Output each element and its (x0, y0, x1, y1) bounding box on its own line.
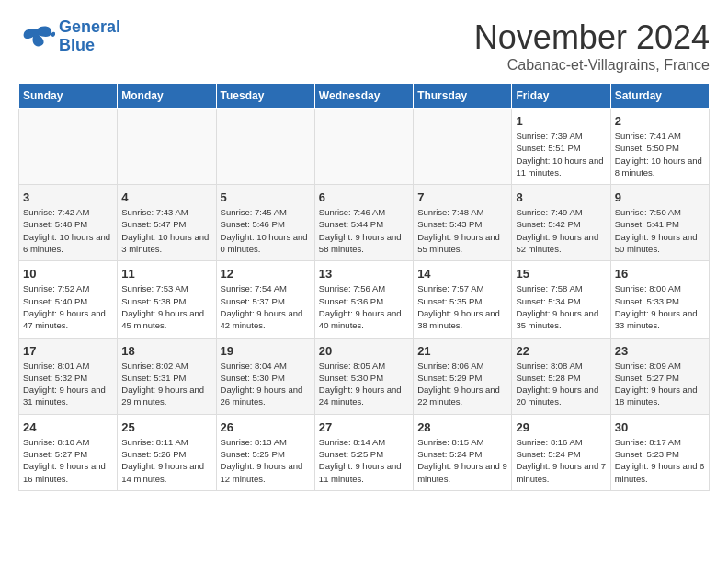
calendar-cell: 13Sunrise: 7:56 AM Sunset: 5:36 PM Dayli… (314, 261, 413, 338)
day-number: 26 (221, 420, 311, 434)
day-number: 23 (615, 344, 705, 358)
day-number: 25 (121, 420, 211, 434)
calendar-cell: 12Sunrise: 7:54 AM Sunset: 5:37 PM Dayli… (216, 261, 314, 338)
calendar-cell: 10Sunrise: 7:52 AM Sunset: 5:40 PM Dayli… (19, 261, 118, 338)
month-title: November 2024 (474, 18, 710, 57)
calendar-cell: 17Sunrise: 8:01 AM Sunset: 5:32 PM Dayli… (19, 338, 118, 414)
day-info: Sunrise: 8:05 AM Sunset: 5:30 PM Dayligh… (319, 360, 409, 408)
calendar-cell (314, 109, 413, 185)
column-header-thursday: Thursday (414, 84, 512, 109)
calendar-cell: 7Sunrise: 7:48 AM Sunset: 5:43 PM Daylig… (414, 185, 512, 261)
calendar-body: 1Sunrise: 7:39 AM Sunset: 5:51 PM Daylig… (19, 109, 710, 491)
calendar-cell: 24Sunrise: 8:10 AM Sunset: 5:27 PM Dayli… (19, 414, 118, 490)
day-number: 20 (319, 344, 409, 358)
day-number: 5 (221, 190, 311, 204)
calendar-cell (19, 109, 118, 185)
calendar-cell: 11Sunrise: 7:53 AM Sunset: 5:38 PM Dayli… (118, 261, 216, 338)
day-number: 3 (23, 190, 113, 204)
day-info: Sunrise: 7:52 AM Sunset: 5:40 PM Dayligh… (23, 282, 113, 331)
day-number: 24 (23, 420, 113, 434)
calendar-cell: 2Sunrise: 7:41 AM Sunset: 5:50 PM Daylig… (610, 109, 709, 185)
day-number: 15 (516, 267, 606, 281)
calendar-cell: 9Sunrise: 7:50 AM Sunset: 5:41 PM Daylig… (610, 185, 709, 261)
column-header-saturday: Saturday (610, 84, 709, 109)
day-info: Sunrise: 7:53 AM Sunset: 5:38 PM Dayligh… (121, 282, 211, 331)
day-info: Sunrise: 7:41 AM Sunset: 5:50 PM Dayligh… (615, 130, 705, 178)
day-number: 28 (417, 420, 507, 434)
calendar-cell: 29Sunrise: 8:16 AM Sunset: 5:24 PM Dayli… (512, 414, 610, 490)
column-header-monday: Monday (118, 84, 216, 109)
calendar-cell: 28Sunrise: 8:15 AM Sunset: 5:24 PM Dayli… (414, 414, 512, 490)
calendar-cell: 27Sunrise: 8:14 AM Sunset: 5:25 PM Dayli… (314, 414, 413, 490)
day-number: 18 (121, 344, 211, 358)
day-number: 6 (319, 190, 409, 204)
calendar-cell: 6Sunrise: 7:46 AM Sunset: 5:44 PM Daylig… (314, 185, 413, 261)
day-info: Sunrise: 7:43 AM Sunset: 5:47 PM Dayligh… (121, 206, 211, 255)
day-info: Sunrise: 7:57 AM Sunset: 5:35 PM Dayligh… (417, 282, 507, 331)
column-header-wednesday: Wednesday (314, 84, 413, 109)
day-number: 8 (516, 190, 606, 204)
day-info: Sunrise: 8:04 AM Sunset: 5:30 PM Dayligh… (221, 360, 311, 408)
title-area: November 2024 Cabanac-et-Villagrains, Fr… (474, 18, 710, 74)
calendar-week-3: 10Sunrise: 7:52 AM Sunset: 5:40 PM Dayli… (19, 261, 710, 338)
day-info: Sunrise: 8:11 AM Sunset: 5:26 PM Dayligh… (121, 436, 211, 485)
logo-text: General Blue (59, 18, 120, 55)
calendar-cell (118, 109, 216, 185)
day-info: Sunrise: 8:09 AM Sunset: 5:27 PM Dayligh… (615, 360, 705, 408)
calendar-cell: 1Sunrise: 7:39 AM Sunset: 5:51 PM Daylig… (512, 109, 610, 185)
day-info: Sunrise: 8:10 AM Sunset: 5:27 PM Dayligh… (23, 436, 113, 485)
calendar-cell: 23Sunrise: 8:09 AM Sunset: 5:27 PM Dayli… (610, 338, 709, 414)
day-number: 7 (417, 190, 507, 204)
day-number: 10 (23, 267, 113, 281)
day-info: Sunrise: 7:39 AM Sunset: 5:51 PM Dayligh… (516, 130, 606, 178)
calendar-table: SundayMondayTuesdayWednesdayThursdayFrid… (18, 83, 710, 491)
calendar-cell: 26Sunrise: 8:13 AM Sunset: 5:25 PM Dayli… (216, 414, 314, 490)
calendar-cell: 19Sunrise: 8:04 AM Sunset: 5:30 PM Dayli… (216, 338, 314, 414)
day-number: 17 (23, 344, 113, 358)
day-info: Sunrise: 8:14 AM Sunset: 5:25 PM Dayligh… (319, 436, 409, 485)
calendar-cell: 8Sunrise: 7:49 AM Sunset: 5:42 PM Daylig… (512, 185, 610, 261)
day-info: Sunrise: 8:13 AM Sunset: 5:25 PM Dayligh… (221, 436, 311, 485)
day-info: Sunrise: 7:46 AM Sunset: 5:44 PM Dayligh… (319, 206, 409, 255)
day-number: 11 (121, 267, 211, 281)
day-info: Sunrise: 8:08 AM Sunset: 5:28 PM Dayligh… (516, 360, 606, 408)
calendar-cell: 5Sunrise: 7:45 AM Sunset: 5:46 PM Daylig… (216, 185, 314, 261)
day-info: Sunrise: 8:02 AM Sunset: 5:31 PM Dayligh… (121, 360, 211, 408)
column-header-friday: Friday (512, 84, 610, 109)
day-info: Sunrise: 7:49 AM Sunset: 5:42 PM Dayligh… (516, 206, 606, 255)
calendar-week-5: 24Sunrise: 8:10 AM Sunset: 5:27 PM Dayli… (19, 414, 710, 490)
day-number: 13 (319, 267, 409, 281)
calendar-week-4: 17Sunrise: 8:01 AM Sunset: 5:32 PM Dayli… (19, 338, 710, 414)
calendar-cell: 20Sunrise: 8:05 AM Sunset: 5:30 PM Dayli… (314, 338, 413, 414)
logo: General Blue (18, 18, 120, 55)
day-info: Sunrise: 8:17 AM Sunset: 5:23 PM Dayligh… (615, 436, 705, 485)
day-info: Sunrise: 8:06 AM Sunset: 5:29 PM Dayligh… (417, 360, 507, 408)
calendar-cell: 14Sunrise: 7:57 AM Sunset: 5:35 PM Dayli… (414, 261, 512, 338)
day-number: 19 (221, 344, 311, 358)
day-number: 27 (319, 420, 409, 434)
day-info: Sunrise: 7:50 AM Sunset: 5:41 PM Dayligh… (615, 206, 705, 255)
day-number: 4 (121, 190, 211, 204)
day-info: Sunrise: 8:00 AM Sunset: 5:33 PM Dayligh… (615, 282, 705, 331)
calendar-cell: 21Sunrise: 8:06 AM Sunset: 5:29 PM Dayli… (414, 338, 512, 414)
location-subtitle: Cabanac-et-Villagrains, France (474, 57, 710, 74)
calendar-week-2: 3Sunrise: 7:42 AM Sunset: 5:48 PM Daylig… (19, 185, 710, 261)
calendar-cell (216, 109, 314, 185)
calendar-cell: 3Sunrise: 7:42 AM Sunset: 5:48 PM Daylig… (19, 185, 118, 261)
day-info: Sunrise: 7:48 AM Sunset: 5:43 PM Dayligh… (417, 206, 507, 255)
day-number: 30 (615, 420, 705, 434)
day-number: 9 (615, 190, 705, 204)
calendar-cell: 22Sunrise: 8:08 AM Sunset: 5:28 PM Dayli… (512, 338, 610, 414)
day-number: 21 (417, 344, 507, 358)
day-number: 29 (516, 420, 606, 434)
calendar-cell (414, 109, 512, 185)
column-header-tuesday: Tuesday (216, 84, 314, 109)
day-number: 22 (516, 344, 606, 358)
day-info: Sunrise: 7:45 AM Sunset: 5:46 PM Dayligh… (221, 206, 311, 255)
day-number: 14 (417, 267, 507, 281)
day-info: Sunrise: 7:58 AM Sunset: 5:34 PM Dayligh… (516, 282, 606, 331)
day-info: Sunrise: 7:54 AM Sunset: 5:37 PM Dayligh… (221, 282, 311, 331)
calendar-header-row: SundayMondayTuesdayWednesdayThursdayFrid… (19, 84, 710, 109)
calendar-week-1: 1Sunrise: 7:39 AM Sunset: 5:51 PM Daylig… (19, 109, 710, 185)
day-info: Sunrise: 8:16 AM Sunset: 5:24 PM Dayligh… (516, 436, 606, 485)
